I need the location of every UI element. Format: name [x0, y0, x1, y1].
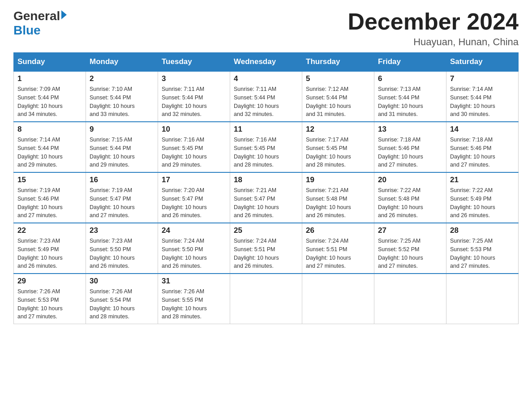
- month-title: December 2024: [348, 9, 519, 34]
- location-subtitle: Huayuan, Hunan, China: [348, 36, 519, 48]
- day-info: Sunrise: 7:19 AMSunset: 5:46 PMDaylight:…: [17, 186, 82, 220]
- day-number: 22: [17, 226, 82, 235]
- calendar-cell: 2Sunrise: 7:10 AMSunset: 5:44 PMDaylight…: [86, 71, 158, 122]
- day-info: Sunrise: 7:24 AMSunset: 5:51 PMDaylight:…: [234, 237, 298, 270]
- day-info: Sunrise: 7:14 AMSunset: 5:44 PMDaylight:…: [450, 85, 515, 119]
- day-number: 5: [306, 74, 370, 83]
- day-info: Sunrise: 7:10 AMSunset: 5:44 PMDaylight:…: [90, 85, 154, 119]
- logo-triangle-icon: [61, 10, 67, 19]
- calendar-cell: 8Sunrise: 7:14 AMSunset: 5:44 PMDaylight…: [14, 122, 86, 172]
- calendar-cell: 25Sunrise: 7:24 AMSunset: 5:51 PMDayligh…: [230, 223, 302, 274]
- week-row-4: 22Sunrise: 7:23 AMSunset: 5:49 PMDayligh…: [14, 223, 519, 274]
- day-info: Sunrise: 7:24 AMSunset: 5:51 PMDaylight:…: [306, 237, 370, 270]
- week-row-1: 1Sunrise: 7:09 AMSunset: 5:44 PMDaylight…: [14, 71, 519, 122]
- day-number: 24: [162, 226, 226, 235]
- weekday-header-monday: Monday: [86, 53, 158, 72]
- calendar-cell: 16Sunrise: 7:19 AMSunset: 5:47 PMDayligh…: [86, 172, 158, 223]
- calendar-cell: 15Sunrise: 7:19 AMSunset: 5:46 PMDayligh…: [14, 172, 86, 223]
- day-info: Sunrise: 7:26 AMSunset: 5:54 PMDaylight:…: [90, 287, 154, 321]
- day-number: 31: [162, 277, 226, 286]
- day-number: 29: [17, 277, 82, 286]
- calendar-cell: 10Sunrise: 7:16 AMSunset: 5:45 PMDayligh…: [158, 122, 230, 172]
- weekday-header-sunday: Sunday: [14, 53, 86, 72]
- calendar-cell: 3Sunrise: 7:11 AMSunset: 5:44 PMDaylight…: [158, 71, 230, 122]
- weekday-header-row: SundayMondayTuesdayWednesdayThursdayFrid…: [14, 53, 519, 72]
- day-info: Sunrise: 7:22 AMSunset: 5:48 PMDaylight:…: [378, 186, 442, 220]
- calendar-cell: 7Sunrise: 7:14 AMSunset: 5:44 PMDaylight…: [446, 71, 519, 122]
- day-number: 28: [450, 226, 515, 235]
- calendar-cell: 9Sunrise: 7:15 AMSunset: 5:44 PMDaylight…: [86, 122, 158, 172]
- day-info: Sunrise: 7:16 AMSunset: 5:45 PMDaylight:…: [234, 136, 298, 169]
- day-info: Sunrise: 7:25 AMSunset: 5:53 PMDaylight:…: [450, 237, 515, 270]
- week-row-5: 29Sunrise: 7:26 AMSunset: 5:53 PMDayligh…: [14, 274, 519, 324]
- day-info: Sunrise: 7:13 AMSunset: 5:44 PMDaylight:…: [378, 85, 442, 119]
- calendar-cell: 26Sunrise: 7:24 AMSunset: 5:51 PMDayligh…: [302, 223, 374, 274]
- calendar-cell: 14Sunrise: 7:18 AMSunset: 5:46 PMDayligh…: [446, 122, 519, 172]
- day-info: Sunrise: 7:25 AMSunset: 5:52 PMDaylight:…: [378, 237, 442, 270]
- calendar-cell: 21Sunrise: 7:22 AMSunset: 5:49 PMDayligh…: [446, 172, 519, 223]
- day-info: Sunrise: 7:14 AMSunset: 5:44 PMDaylight:…: [17, 136, 82, 169]
- weekday-header-tuesday: Tuesday: [158, 53, 230, 72]
- day-info: Sunrise: 7:09 AMSunset: 5:44 PMDaylight:…: [17, 85, 82, 119]
- calendar-cell: 18Sunrise: 7:21 AMSunset: 5:47 PMDayligh…: [230, 172, 302, 223]
- day-number: 13: [378, 125, 442, 134]
- calendar-cell: 6Sunrise: 7:13 AMSunset: 5:44 PMDaylight…: [374, 71, 446, 122]
- calendar-cell: [374, 274, 446, 324]
- day-number: 17: [162, 176, 226, 184]
- title-area: December 2024 Huayuan, Hunan, China: [348, 9, 519, 48]
- weekday-header-wednesday: Wednesday: [230, 53, 302, 72]
- calendar-cell: [230, 274, 302, 324]
- calendar-cell: 5Sunrise: 7:12 AMSunset: 5:44 PMDaylight…: [302, 71, 374, 122]
- day-info: Sunrise: 7:26 AMSunset: 5:53 PMDaylight:…: [17, 287, 82, 321]
- calendar-cell: 31Sunrise: 7:26 AMSunset: 5:55 PMDayligh…: [158, 274, 230, 324]
- day-number: 16: [90, 176, 154, 184]
- calendar-cell: 12Sunrise: 7:17 AMSunset: 5:45 PMDayligh…: [302, 122, 374, 172]
- logo: General Blue: [13, 9, 67, 38]
- calendar-cell: 27Sunrise: 7:25 AMSunset: 5:52 PMDayligh…: [374, 223, 446, 274]
- calendar-cell: 17Sunrise: 7:20 AMSunset: 5:47 PMDayligh…: [158, 172, 230, 223]
- day-number: 8: [17, 125, 82, 134]
- day-info: Sunrise: 7:26 AMSunset: 5:55 PMDaylight:…: [162, 287, 226, 321]
- day-info: Sunrise: 7:19 AMSunset: 5:47 PMDaylight:…: [90, 186, 154, 220]
- day-info: Sunrise: 7:20 AMSunset: 5:47 PMDaylight:…: [162, 186, 226, 220]
- logo-general-text: General: [13, 9, 60, 23]
- calendar-cell: 20Sunrise: 7:22 AMSunset: 5:48 PMDayligh…: [374, 172, 446, 223]
- day-number: 14: [450, 125, 515, 134]
- day-number: 20: [378, 176, 442, 184]
- calendar-cell: 13Sunrise: 7:18 AMSunset: 5:46 PMDayligh…: [374, 122, 446, 172]
- calendar-cell: 1Sunrise: 7:09 AMSunset: 5:44 PMDaylight…: [14, 71, 86, 122]
- header: General Blue December 2024 Huayuan, Huna…: [13, 9, 519, 48]
- day-number: 23: [90, 226, 154, 235]
- day-number: 18: [234, 176, 298, 184]
- day-number: 26: [306, 226, 370, 235]
- day-info: Sunrise: 7:24 AMSunset: 5:50 PMDaylight:…: [162, 237, 226, 270]
- calendar-cell: 23Sunrise: 7:23 AMSunset: 5:50 PMDayligh…: [86, 223, 158, 274]
- week-row-3: 15Sunrise: 7:19 AMSunset: 5:46 PMDayligh…: [14, 172, 519, 223]
- weekday-header-thursday: Thursday: [302, 53, 374, 72]
- day-number: 2: [90, 74, 154, 83]
- day-number: 30: [90, 277, 154, 286]
- day-number: 12: [306, 125, 370, 134]
- calendar-table: SundayMondayTuesdayWednesdayThursdayFrid…: [13, 52, 519, 324]
- calendar-cell: 4Sunrise: 7:11 AMSunset: 5:44 PMDaylight…: [230, 71, 302, 122]
- calendar-cell: 11Sunrise: 7:16 AMSunset: 5:45 PMDayligh…: [230, 122, 302, 172]
- calendar-cell: [302, 274, 374, 324]
- day-number: 6: [378, 74, 442, 83]
- day-info: Sunrise: 7:18 AMSunset: 5:46 PMDaylight:…: [378, 136, 442, 169]
- day-info: Sunrise: 7:23 AMSunset: 5:50 PMDaylight:…: [90, 237, 154, 270]
- day-number: 19: [306, 176, 370, 184]
- day-info: Sunrise: 7:21 AMSunset: 5:47 PMDaylight:…: [234, 186, 298, 220]
- day-number: 9: [90, 125, 154, 134]
- week-row-2: 8Sunrise: 7:14 AMSunset: 5:44 PMDaylight…: [14, 122, 519, 172]
- weekday-header-saturday: Saturday: [446, 53, 519, 72]
- day-number: 7: [450, 74, 515, 83]
- day-info: Sunrise: 7:11 AMSunset: 5:44 PMDaylight:…: [162, 85, 226, 119]
- day-info: Sunrise: 7:11 AMSunset: 5:44 PMDaylight:…: [234, 85, 298, 119]
- day-info: Sunrise: 7:23 AMSunset: 5:49 PMDaylight:…: [17, 237, 82, 270]
- day-number: 4: [234, 74, 298, 83]
- day-number: 3: [162, 74, 226, 83]
- day-number: 15: [17, 176, 82, 184]
- day-number: 25: [234, 226, 298, 235]
- day-number: 11: [234, 125, 298, 134]
- calendar-cell: 19Sunrise: 7:21 AMSunset: 5:48 PMDayligh…: [302, 172, 374, 223]
